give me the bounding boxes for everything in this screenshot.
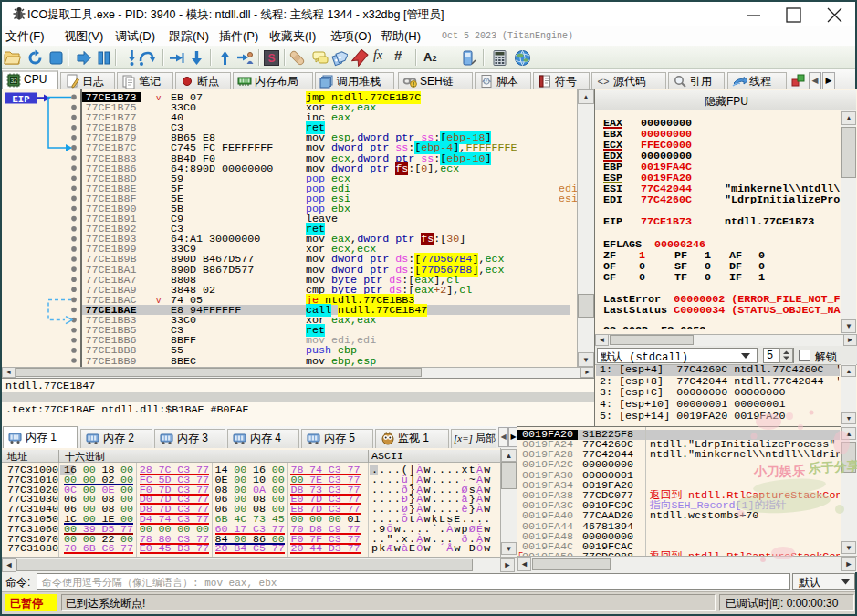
svg-text:</>: </> [482, 78, 491, 85]
svg-text:<>: <> [597, 77, 609, 88]
svg-text:S: S [267, 52, 275, 65]
svg-text:EIP: EIP [13, 94, 30, 105]
svg-text:32: 32 [10, 78, 17, 84]
svg-text:!: ! [413, 81, 414, 88]
